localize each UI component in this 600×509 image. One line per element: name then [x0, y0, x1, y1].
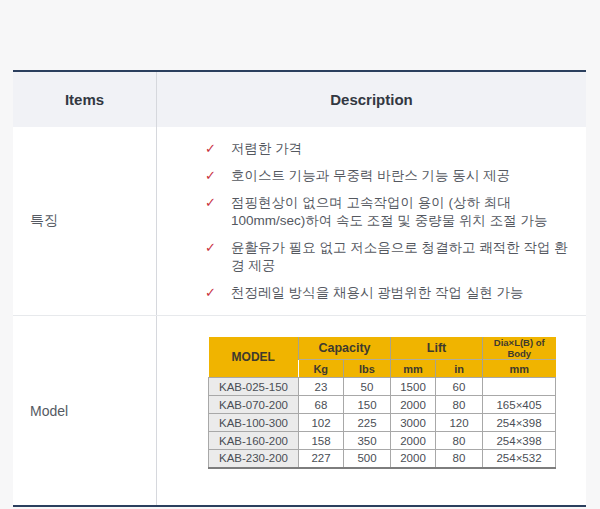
model-header-cell: MODEL [209, 337, 299, 378]
features-description-cell: ✓저렴한 가격✓호이스트 기능과 무중력 바란스 기능 동시 제공✓점핑현상이 … [157, 127, 586, 315]
feature-text: 저렴한 가격 [231, 140, 302, 158]
model-spec-table-head: MODEL Capacity Lift Dia×L(B) of Body Kg … [209, 337, 556, 378]
feature-item: ✓저렴한 가격 [205, 140, 572, 158]
capacity-header-cell: Capacity [299, 337, 391, 360]
model-name-cell: KAB-025-150 [209, 378, 299, 396]
features-row: 특징 ✓저렴한 가격✓호이스트 기능과 무중력 바란스 기능 동시 제공✓점핑현… [13, 127, 586, 315]
model-name-cell: KAB-070-200 [209, 396, 299, 414]
spec-table-header: Items Description [13, 72, 586, 127]
spec-value-cell [483, 378, 556, 396]
spec-value-cell: 68 [299, 396, 344, 414]
model-table-row: KAB-230-200227500200080254×532 [209, 450, 556, 468]
dia-mm-subheader: mm [483, 360, 556, 378]
spec-value-cell: 2000 [391, 450, 436, 468]
spec-value-cell: 80 [436, 450, 483, 468]
red-check-icon: ✓ [205, 167, 219, 185]
spec-value-cell: 2000 [391, 432, 436, 450]
spec-value-cell: 150 [344, 396, 391, 414]
lift-mm-subheader: mm [391, 360, 436, 378]
spec-value-cell: 102 [299, 414, 344, 432]
model-spec-table-body: KAB-025-1502350150060KAB-070-20068150200… [209, 378, 556, 468]
spec-value-cell: 350 [344, 432, 391, 450]
feature-text: 천정레일 방식을 채용시 광범위한 작업 실현 가능 [231, 284, 524, 302]
model-table-row: KAB-100-3001022253000120254×398 [209, 414, 556, 432]
items-column-header: Items [13, 72, 157, 127]
dia-header-cell: Dia×L(B) of Body [483, 337, 556, 360]
spec-value-cell: 80 [436, 396, 483, 414]
description-column-header: Description [157, 72, 586, 127]
red-check-icon: ✓ [205, 140, 219, 158]
features-list: ✓저렴한 가격✓호이스트 기능과 무중력 바란스 기능 동시 제공✓점핑현상이 … [157, 127, 586, 302]
model-name-cell: KAB-230-200 [209, 450, 299, 468]
model-row-label: Model [13, 316, 157, 505]
model-name-cell: KAB-100-300 [209, 414, 299, 432]
capacity-kg-subheader: Kg [299, 360, 344, 378]
spec-value-cell: 60 [436, 378, 483, 396]
model-table-row: KAB-025-1502350150060 [209, 378, 556, 396]
spec-value-cell: 120 [436, 414, 483, 432]
spec-value-cell: 50 [344, 378, 391, 396]
spec-value-cell: 254×398 [483, 432, 556, 450]
lift-in-subheader: in [436, 360, 483, 378]
model-name-cell: KAB-160-200 [209, 432, 299, 450]
model-description-cell: MODEL Capacity Lift Dia×L(B) of Body Kg … [157, 316, 586, 505]
spec-value-cell: 3000 [391, 414, 436, 432]
spec-table: Items Description 특징 ✓저렴한 가격✓호이스트 기능과 무중… [13, 70, 586, 507]
spec-value-cell: 500 [344, 450, 391, 468]
spec-value-cell: 225 [344, 414, 391, 432]
spec-value-cell: 254×398 [483, 414, 556, 432]
feature-item: ✓점핑현상이 없으며 고속작업이 용이 (상하 최대 100mm/sec)하여 … [205, 194, 572, 230]
feature-text: 점핑현상이 없으며 고속작업이 용이 (상하 최대 100mm/sec)하여 속… [231, 194, 548, 230]
spec-value-cell: 227 [299, 450, 344, 468]
capacity-lbs-subheader: lbs [344, 360, 391, 378]
features-row-label: 특징 [13, 127, 157, 315]
spec-value-cell: 158 [299, 432, 344, 450]
model-row: Model MODEL Capacity Lift Dia×L(B) of Bo… [13, 315, 586, 505]
model-table-row: KAB-160-200158350200080254×398 [209, 432, 556, 450]
feature-text: 호이스트 기능과 무중력 바란스 기능 동시 제공 [231, 167, 510, 185]
spec-value-cell: 1500 [391, 378, 436, 396]
spec-value-cell: 165×405 [483, 396, 556, 414]
lift-header-cell: Lift [391, 337, 483, 360]
model-spec-table: MODEL Capacity Lift Dia×L(B) of Body Kg … [208, 337, 556, 469]
page-background: Items Description 특징 ✓저렴한 가격✓호이스트 기능과 무중… [0, 0, 600, 509]
red-check-icon: ✓ [205, 194, 219, 230]
feature-text: 윤활유가 필요 없고 저소음으로 청결하고 쾌적한 작업 환 경 제공 [231, 239, 568, 275]
spec-value-cell: 80 [436, 432, 483, 450]
feature-item: ✓윤활유가 필요 없고 저소음으로 청결하고 쾌적한 작업 환 경 제공 [205, 239, 572, 275]
spec-value-cell: 254×532 [483, 450, 556, 468]
red-check-icon: ✓ [205, 239, 219, 275]
feature-item: ✓호이스트 기능과 무중력 바란스 기능 동시 제공 [205, 167, 572, 185]
red-check-icon: ✓ [205, 284, 219, 302]
spec-value-cell: 23 [299, 378, 344, 396]
model-table-row: KAB-070-20068150200080165×405 [209, 396, 556, 414]
spec-value-cell: 2000 [391, 396, 436, 414]
feature-item: ✓천정레일 방식을 채용시 광범위한 작업 실현 가능 [205, 284, 572, 302]
